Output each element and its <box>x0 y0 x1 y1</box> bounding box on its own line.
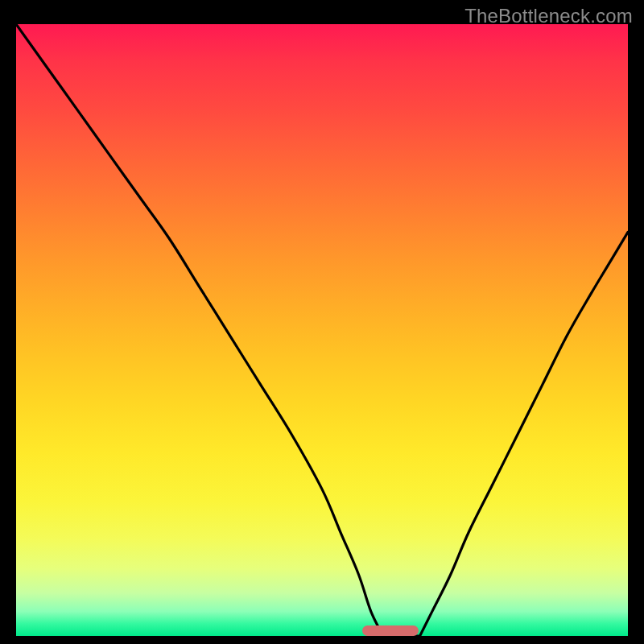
plot-area <box>16 24 628 636</box>
minimum-marker <box>362 625 419 636</box>
chart-frame <box>16 24 628 636</box>
bottleneck-curve <box>16 24 628 636</box>
